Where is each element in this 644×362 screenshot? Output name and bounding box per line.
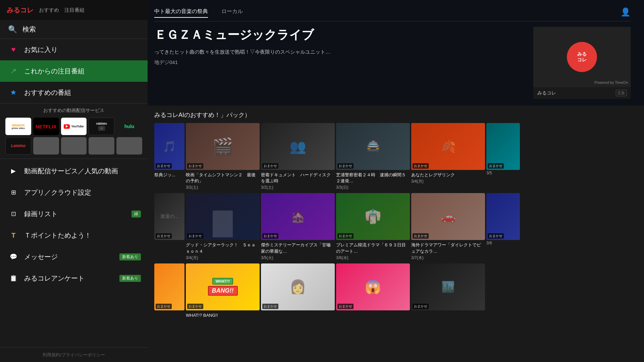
sidebar-item-tpoint[interactable]: T Ｔポイントためよう！ xyxy=(0,225,148,246)
streaming-prime[interactable]: amazon prime video xyxy=(5,118,31,135)
hero-tab-local[interactable]: ローカル xyxy=(221,6,243,18)
program-card-r4[interactable]: 🚗 おまかせ 海外ドラマアワー「ダイレクトでピュアなカラ… 3/7(木) xyxy=(411,193,485,260)
sidebar-footer: 利用規約/プライバシーポリシー xyxy=(0,347,148,362)
thumb-content-s4: 🏙️ xyxy=(411,263,485,310)
omakase-badge-r1: おまかせ xyxy=(187,233,203,239)
program-thumb-s1: WHAT!? BANG!! おまかせ xyxy=(186,263,260,310)
program-card-p0[interactable]: 🎵 おまかせ 祭典ジッ... xyxy=(154,123,184,190)
sidebar-item-recommended[interactable]: ★ おすすめの番組 xyxy=(0,82,148,103)
sidebar-item-vod[interactable]: ▶ 動画配信サービス／人気の動画 xyxy=(0,160,148,182)
section-title-text: みるコレAIのおすすめ！」パック） xyxy=(154,111,251,119)
streaming-youtube[interactable]: YouTube xyxy=(61,118,87,135)
thumb-content-s2: 👩 xyxy=(261,263,335,310)
sidebar-item-favorites[interactable]: ♥ お気に入り xyxy=(0,39,148,60)
omakase-badge-s3: おまかせ xyxy=(337,304,354,309)
sidebar-header-tab-recommended[interactable]: おすすめ xyxy=(39,7,59,13)
streaming-empty-2[interactable] xyxy=(61,137,87,155)
program-card-p2[interactable]: 👥 おまかせ 密着ドキュメント ハードディスクを選ぶ時 3/2(土) xyxy=(261,123,335,190)
thumb-content-r1 xyxy=(186,193,260,240)
program-date-r2: 3/5(火) xyxy=(261,255,335,261)
program-title-p3: 芝浦警察密着２４時 逮捕の瞬間５２連発… xyxy=(336,172,410,184)
netflix-logo: NETFLIX xyxy=(36,124,57,129)
program-thumb-r0: 激退の... おまかせ xyxy=(154,193,184,240)
sidebar-header-tab-featured[interactable]: 注目番組 xyxy=(64,7,85,13)
program-card-r2[interactable]: 🏚️ おまかせ 傑作ミステリーアーカイブス「甘嚙家の華麗な… 3/5(火) xyxy=(261,193,335,260)
sidebar-item-upcoming[interactable]: ↗ これからの注目番組 xyxy=(0,60,148,82)
sidebar-item-messages[interactable]: 💬 メッセージ 新着あり xyxy=(0,246,148,267)
streaming-grid: amazon prime video NETFLIX YouTube xyxy=(5,118,142,155)
streaming-netflix[interactable]: NETFLIX xyxy=(33,118,59,135)
streaming-lemino[interactable]: Lemino xyxy=(5,137,31,155)
thumb-content-p0: 🎵 xyxy=(154,123,184,170)
streaming-empty-3[interactable] xyxy=(89,137,114,155)
program-card-r5[interactable]: おまかせ 3/8 xyxy=(486,193,520,260)
program-card-s2[interactable]: 👩 おまかせ xyxy=(261,263,335,318)
omakase-badge-s2: おまかせ xyxy=(262,304,278,309)
messages-badge: 新着あり xyxy=(119,253,141,260)
omakase-badge-r3: おまかせ xyxy=(337,233,354,239)
program-row-3: おまかせ WHAT!? BANG!! おまかせ WHAT!? BANG!! 👩 xyxy=(148,263,644,318)
streaming-empty-1[interactable] xyxy=(33,137,59,155)
recordings-badge: 緑 xyxy=(131,210,141,218)
hero-tab-music[interactable]: 中ト最大の音楽の祭典 xyxy=(154,6,208,18)
program-card-p1[interactable]: 🎬 おまかせ 映画「タイムシフトマシン２ 最後の予約」 3/2(土) xyxy=(186,123,260,190)
program-thumb-s2: 👩 おまかせ xyxy=(261,263,335,310)
program-card-p3[interactable]: 🚔 おまかせ 芝浦警察密着２４時 逮捕の瞬間５２連発… 3/3(日) xyxy=(336,123,410,190)
program-card-p4[interactable]: 🍂 おまかせ あなたとレグザリンク 3/4(月) xyxy=(411,123,485,190)
streaming-hulu[interactable]: hulu xyxy=(116,118,142,135)
program-card-p5[interactable]: おまかせ 3/5 xyxy=(486,123,520,190)
sidebar-item-recordings[interactable]: ⊡ 録画リスト 緑 xyxy=(0,203,148,225)
program-thumb-p2: 👥 おまかせ xyxy=(261,123,335,170)
hero-tabs: 中ト最大の音楽の祭典 ローカル xyxy=(154,6,243,18)
streaming-abema[interactable]: ABEMA xyxy=(89,118,114,135)
omakase-badge-s4: おまかせ xyxy=(413,304,429,309)
recordings-label: 録画リスト xyxy=(24,209,58,219)
program-card-r3[interactable]: 👘 おまかせ プレミアム韓流ドラマ「６９３日目のアート… 3/6(水) xyxy=(336,193,410,260)
thumb-content-r4: 🚗 xyxy=(411,193,485,240)
program-thumb-r5: おまかせ xyxy=(486,193,520,240)
survey-label: みるコレアンケート xyxy=(24,274,85,283)
program-title-r2: 傑作ミステリーアーカイブス「甘嚙家の華麗な… xyxy=(261,242,335,254)
streaming-title: おすすめの動画配信サービス xyxy=(5,108,142,114)
program-title-p0: 祭典ジッ... xyxy=(154,172,184,178)
program-title-p2: 密着ドキュメント ハードディスクを選ぶ時 xyxy=(261,172,335,184)
footer-link[interactable]: 利用規約/プライバシーポリシー xyxy=(43,352,105,357)
program-thumb-p3: 🚔 おまかせ xyxy=(336,123,410,170)
program-grid-row2: 激退の... おまかせ おまかせ グッド・シアターラック！ Ｓｅａｓｏｎ４ 3/… xyxy=(148,193,644,260)
section-title-recommended: みるコレAIのおすすめ！」パック） xyxy=(148,106,644,123)
thumb-content-s1: WHAT!? BANG!! xyxy=(186,263,260,310)
program-card-r1[interactable]: おまかせ グッド・シアターラック！ Ｓｅａｓｏｎ４ 3/4(月) xyxy=(186,193,260,260)
streaming-section: おすすめの動画配信サービス amazon prime video NETFLIX xyxy=(0,103,148,159)
user-icon[interactable]: 👤 xyxy=(621,7,631,17)
omakase-badge-r5: おまかせ xyxy=(488,233,504,239)
program-date-r1: 3/4(月) xyxy=(186,255,260,261)
program-thumb-p5: おまかせ xyxy=(486,123,520,170)
mirukore-powered: Powered by TimeOn xyxy=(594,80,628,84)
program-card-r0[interactable]: 激退の... おまかせ xyxy=(154,193,184,260)
program-card-s4[interactable]: 🏙️ おまかせ xyxy=(411,263,485,318)
program-card-s3[interactable]: 😱 おまかせ xyxy=(336,263,410,318)
omakase-badge-r4: おまかせ xyxy=(413,233,429,239)
search-label: 検索 xyxy=(22,25,36,34)
sidebar-item-apps[interactable]: ⊞ アプリ／クラウド設定 xyxy=(0,182,148,203)
omakase-badge-p2: おまかせ xyxy=(262,163,278,169)
survey-icon: 📋 xyxy=(8,273,19,284)
thumb-content-p1: 🎬 xyxy=(186,123,260,170)
omakase-badge-p0: おまかせ xyxy=(156,163,172,169)
program-card-s0[interactable]: おまかせ xyxy=(154,263,184,318)
program-thumb-s3: 😱 おまかせ xyxy=(336,263,410,310)
program-date-p5: 3/5 xyxy=(486,171,520,175)
program-date-p1: 3/2(土) xyxy=(186,185,260,190)
hulu-logo: hulu xyxy=(124,124,135,129)
program-thumb-r1: おまかせ xyxy=(186,193,260,240)
sidebar-search[interactable]: 🔍 検索 xyxy=(0,20,148,39)
sidebar-item-survey[interactable]: 📋 みるコレアンケート 新着あり xyxy=(0,267,148,289)
streaming-empty-4[interactable] xyxy=(116,137,142,155)
program-card-s1[interactable]: WHAT!? BANG!! おまかせ WHAT!? BANG!! xyxy=(186,263,260,318)
program-date-r4: 3/7(木) xyxy=(411,255,485,261)
messages-icon: 💬 xyxy=(8,251,19,262)
program-thumb-r3: 👘 おまかせ xyxy=(336,193,410,240)
program-date-p4: 3/4(月) xyxy=(411,179,485,184)
program-title-r3: プレミアム韓流ドラマ「６９３日目のアート… xyxy=(336,242,410,254)
lemino-logo: Lemino xyxy=(11,143,25,148)
